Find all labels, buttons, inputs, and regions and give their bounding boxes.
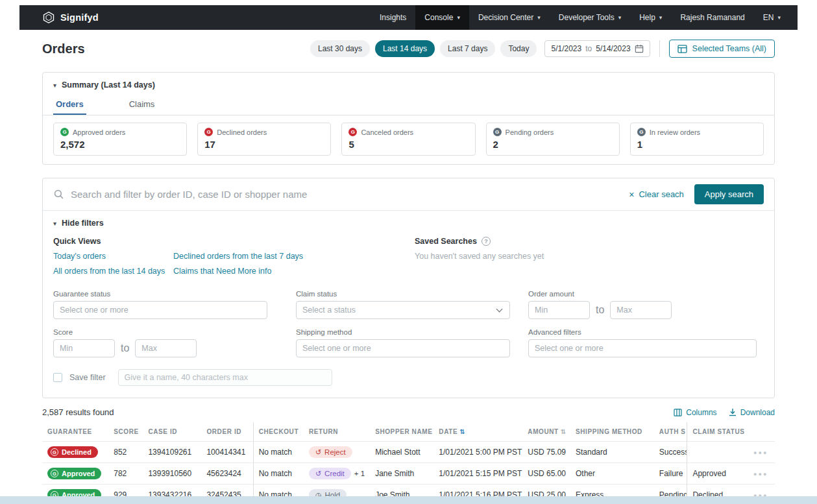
selected-teams-button[interactable]: Selected Teams (All)	[669, 40, 775, 58]
filters-panel: ▾ Hide filters Quick Views Today's order…	[43, 211, 774, 398]
nav-console-label: Console	[424, 13, 453, 22]
download-icon	[729, 408, 737, 416]
return-cell: ↺Reject	[304, 442, 370, 463]
columns-button[interactable]: Columns	[674, 408, 716, 417]
order-amount-min-input[interactable]	[528, 301, 590, 319]
nav-language[interactable]: EN ▾	[754, 5, 790, 30]
return-label: Reject	[324, 448, 346, 456]
stat-value: 17	[204, 139, 324, 150]
row-menu-button[interactable]: ●●●	[753, 471, 768, 477]
chevron-down-icon: ▾	[537, 14, 541, 21]
score-min-input[interactable]	[53, 339, 115, 357]
table-row[interactable]: GDeclined 852 1394109261 100414341 No ma…	[42, 442, 775, 463]
guarantee-badge: GDeclined	[47, 446, 98, 458]
table-row[interactable]: GApproved 782 1393910560 45623424 No mat…	[42, 463, 775, 485]
claim-status-label: Claim status	[296, 290, 510, 298]
search-bar: × Clear seach Apply search	[43, 178, 774, 211]
time-filter-today[interactable]: Today	[500, 40, 537, 57]
col-row-menu	[748, 422, 775, 442]
nav-help[interactable]: Help ▾	[630, 5, 671, 30]
nav-decision-center[interactable]: Decision Center ▾	[469, 5, 550, 30]
shipping-method-input[interactable]	[296, 339, 510, 357]
date-range-separator: to	[585, 44, 592, 53]
hide-filters-toggle[interactable]: ▾ Hide filters	[53, 219, 764, 228]
chevron-down-icon: ▾	[618, 14, 622, 21]
nav-help-label: Help	[639, 13, 655, 22]
amount-cell: USD 65.00	[522, 463, 570, 485]
search-input[interactable]	[71, 189, 622, 200]
quick-views-title: Quick Views	[53, 237, 415, 246]
return-extra: + 1	[354, 470, 365, 477]
signifyd-logo[interactable]: Signifyd	[42, 11, 99, 24]
signifyd-logo-icon	[42, 11, 55, 24]
stat-card-in-review-orders: G In review orders 1	[630, 123, 764, 156]
save-filter-row: Save filter	[53, 369, 764, 386]
guarantee-pending-icon: G	[493, 128, 502, 136]
time-filter-last-7-days[interactable]: Last 7 days	[440, 40, 495, 57]
time-filter-last-30-days[interactable]: Last 30 days	[310, 40, 370, 57]
download-label: Download	[740, 408, 775, 417]
date-to: 5/14/2023	[596, 44, 630, 53]
download-button[interactable]: Download	[729, 408, 775, 417]
order-amount-max-input[interactable]	[610, 301, 672, 319]
shipping-method-label: Shipping method	[296, 328, 510, 336]
bottom-strip	[0, 496, 817, 504]
orders-table: GUARANTEE SCORE CASE ID ORDER ID CHECKOU…	[42, 422, 775, 504]
filter-name-input[interactable]	[118, 369, 332, 386]
col-amount[interactable]: AMOUNT⇅	[522, 422, 570, 442]
return-cell: ↺Credit+ 1	[304, 463, 370, 485]
nav-user-menu[interactable]: Rajesh Ramanand	[671, 5, 753, 30]
page-title: Orders	[42, 42, 85, 56]
guarantee-label: Approved	[62, 470, 95, 477]
saved-searches-title: Saved Searches	[415, 237, 477, 246]
clear-search-button[interactable]: × Clear seach	[629, 189, 684, 199]
quick-view-all-orders-last-14-days[interactable]: All orders from the last 14 days	[53, 267, 173, 276]
score-max-input[interactable]	[135, 339, 197, 357]
quick-view-todays-orders[interactable]: Today's orders	[53, 252, 173, 261]
guarantee-in-review-icon: G	[637, 128, 646, 136]
chevron-down-icon: ▾	[659, 14, 663, 21]
auth-status-cell: Success	[654, 442, 687, 463]
stat-card-declined-orders: G Declined orders 17	[197, 123, 331, 156]
quick-view-claims-need-more-info[interactable]: Claims that Need More info	[173, 267, 415, 276]
stat-label: Canceled orders	[361, 128, 413, 136]
claim-status-select[interactable]: Select a status	[296, 301, 510, 319]
score-cell: 782	[108, 463, 143, 485]
checkout-cell: No match	[253, 442, 304, 463]
col-case-id: CASE ID	[143, 422, 201, 442]
header-divider	[659, 40, 660, 57]
nav-insights[interactable]: Insights	[371, 5, 415, 30]
col-claim-status: CLAIM STATUS	[687, 422, 748, 442]
amount-cell: USD 75.09	[522, 442, 570, 463]
sort-icon: ⇅	[459, 428, 465, 435]
save-filter-checkbox[interactable]	[53, 373, 62, 382]
col-score: SCORE	[108, 422, 143, 442]
columns-label: Columns	[686, 408, 716, 417]
help-circle-icon[interactable]: ?	[482, 237, 491, 246]
guarantee-badge: GApproved	[47, 468, 101, 479]
guarantee-icon: G	[51, 470, 58, 477]
summary-collapse-toggle[interactable]: ▾ Summary (Last 14 days)	[43, 73, 774, 90]
return-badge: ↺Reject	[309, 446, 352, 458]
advanced-filters-input[interactable]	[528, 339, 757, 357]
guarantee-status-input[interactable]	[53, 301, 267, 319]
columns-icon	[674, 409, 682, 416]
row-menu-button[interactable]: ●●●	[753, 450, 768, 456]
date-range-picker[interactable]: 5/1/2023 to 5/14/2023	[544, 40, 650, 57]
date-cell: 1/01/2021 5:00 PM PST	[433, 442, 522, 463]
nav-console[interactable]: Console ▾	[415, 5, 469, 30]
col-shipping-method: SHIPPING METHOD	[570, 422, 654, 442]
col-date-label: DATE	[439, 428, 457, 435]
shipping-method-cell: Other	[570, 463, 654, 485]
col-checkout: CHECKOUT	[253, 422, 304, 442]
tab-claims[interactable]: Claims	[127, 95, 158, 115]
tab-orders[interactable]: Orders	[53, 95, 86, 115]
quick-view-declined-last-7-days[interactable]: Declined orders from the last 7 days	[173, 252, 415, 261]
nav-developer-tools[interactable]: Developer Tools ▾	[550, 5, 630, 30]
stat-card-pending-orders: G Pending orders 2	[486, 123, 620, 156]
apply-search-button[interactable]: Apply search	[694, 184, 764, 204]
search-section: × Clear seach Apply search ▾ Hide filter…	[42, 178, 775, 398]
return-icon: ↺	[315, 470, 321, 477]
col-date[interactable]: DATE⇅	[433, 422, 522, 442]
time-filter-last-14-days[interactable]: Last 14 days	[375, 40, 435, 57]
